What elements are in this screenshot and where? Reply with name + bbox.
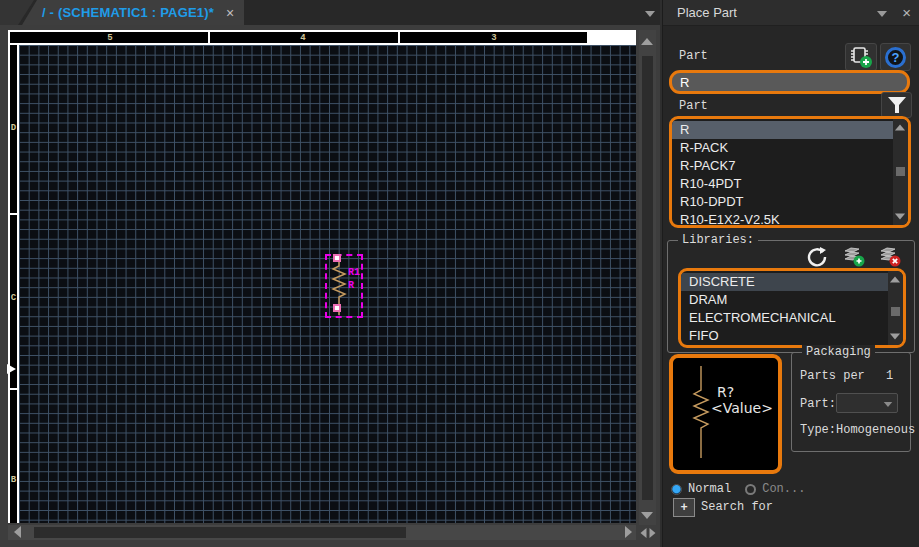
add-part-button[interactable] — [845, 43, 877, 71]
tab-close-icon[interactable]: × — [226, 6, 234, 20]
search-for-expand-button[interactable]: + — [673, 498, 695, 517]
ruler-number: 3 — [491, 33, 496, 43]
part-list-item[interactable]: R10-DPDT — [672, 193, 893, 211]
ruler-number: 4 — [300, 33, 305, 43]
scroll-down-icon[interactable] — [641, 512, 653, 519]
ruler-tick — [10, 388, 17, 390]
ruler-tick — [398, 32, 400, 43]
libraries-group: Libraries: — [667, 240, 915, 353]
part-value: R — [348, 280, 354, 291]
pan-right-icon[interactable] — [650, 528, 656, 538]
ruler-top: 5 4 3 — [8, 30, 636, 45]
pointer-marker — [7, 364, 16, 374]
preview-reference: R? — [717, 384, 734, 400]
ruler-letter: B — [10, 475, 17, 485]
library-item[interactable]: FIFO — [681, 327, 888, 345]
horizontal-scrollbar-thumb[interactable] — [34, 527, 406, 538]
ruler-letter: D — [10, 123, 17, 133]
pin-terminal — [333, 304, 341, 312]
refresh-library-button[interactable] — [802, 244, 832, 269]
library-item[interactable]: DISCRETE — [681, 273, 888, 291]
pan-left-icon[interactable] — [641, 528, 647, 538]
scroll-up-icon[interactable] — [641, 38, 653, 45]
panel-header: Place Part × — [663, 0, 919, 26]
placed-resistor-part[interactable]: R1 R — [325, 254, 363, 318]
panel-title: Place Part — [677, 5, 737, 20]
vertical-scrollbar-thumb[interactable] — [642, 56, 653, 500]
ruler-end-fill — [587, 32, 636, 43]
panel-menu-icon[interactable] — [877, 11, 887, 17]
part-list-label: Part — [679, 99, 708, 113]
normal-radio[interactable] — [671, 484, 682, 495]
type-value: Homogeneous — [836, 423, 915, 437]
part-preview: R? <Value> — [669, 354, 782, 474]
horizontal-scrollbar[interactable] — [8, 525, 636, 540]
convert-radio[interactable] — [745, 484, 756, 495]
schematic-editor: / - (SCHEMATIC1 : PAGE1)* × 5 4 3 D C B — [0, 0, 660, 547]
library-item[interactable]: ELECTROMECHANICAL — [681, 309, 888, 327]
ruler-tick — [208, 32, 210, 43]
libraries-label: Libraries: — [678, 233, 758, 247]
parts-per-label: Parts per — [800, 369, 865, 383]
scroll-left-icon[interactable] — [14, 526, 21, 538]
tab-schematic-page1[interactable]: / - (SCHEMATIC1 : PAGE1)* × — [22, 0, 244, 25]
filter-icon — [886, 95, 908, 115]
filter-button[interactable] — [881, 92, 912, 118]
chip-plus-icon — [848, 45, 874, 69]
pan-control[interactable] — [640, 527, 660, 539]
panel-close-icon[interactable]: × — [902, 4, 911, 21]
packaging-group: Packaging Parts per 1 Part: Type: Homoge… — [791, 352, 911, 452]
part-list[interactable]: R R-PACK R-PACK7 R10-4PDT R10-DPDT R10-E… — [669, 116, 911, 228]
part-list-item[interactable]: R10-E1X2-V2.5K — [672, 211, 893, 228]
plus-icon: + — [680, 501, 687, 515]
help-icon: ? — [885, 47, 906, 68]
library-item[interactable]: DRAM — [681, 291, 888, 309]
scroll-up-icon[interactable] — [890, 277, 900, 283]
app-window: / - (SCHEMATIC1 : PAGE1)* × 5 4 3 D C B — [0, 0, 919, 547]
part-reference: R1 — [348, 267, 360, 278]
scrollbar-thumb[interactable] — [896, 167, 905, 176]
tab-bar: / - (SCHEMATIC1 : PAGE1)* × — [0, 0, 660, 25]
tab-title: / - (SCHEMATIC1 : PAGE1)* — [42, 5, 214, 20]
schematic-canvas[interactable]: 5 4 3 D C B — [0, 25, 660, 547]
part-list-item[interactable]: R10-4PDT — [672, 175, 893, 193]
part-list-item[interactable]: R-PACK7 — [672, 157, 893, 175]
delete-library-button[interactable] — [874, 244, 906, 269]
symbol-mode-row: Normal Con... — [671, 482, 805, 496]
part-field-label: Part — [679, 49, 708, 63]
parts-per-value: 1 — [886, 369, 893, 383]
normal-radio-label: Normal — [688, 482, 731, 496]
add-library-button[interactable] — [838, 244, 870, 269]
part-list-item[interactable]: R — [672, 121, 893, 139]
pin-terminal — [333, 254, 341, 262]
preview-value: <Value> — [711, 400, 773, 416]
scroll-down-icon[interactable] — [895, 214, 905, 220]
help-button[interactable]: ? — [880, 43, 911, 71]
scroll-down-icon[interactable] — [890, 334, 900, 340]
ruler-number: 5 — [107, 33, 112, 43]
place-part-panel: Place Part × Part ? Part — [662, 0, 919, 547]
part-list-item[interactable]: R-PACK — [672, 139, 893, 157]
scroll-right-icon[interactable] — [625, 526, 632, 538]
search-for-label: Search for — [701, 500, 773, 514]
ruler-left: D C B — [8, 45, 19, 523]
ruler-letter: C — [10, 293, 17, 303]
libraries-list[interactable]: DISCRETE DRAM ELECTROMECHANICAL FIFO FIL… — [678, 268, 906, 348]
ruler-tick — [10, 213, 17, 215]
packaging-part-label: Part: — [800, 397, 836, 411]
packaging-part-dropdown[interactable] — [836, 393, 898, 413]
scroll-up-icon[interactable] — [895, 125, 905, 131]
part-list-scrollbar[interactable] — [893, 119, 908, 225]
scrollbar-thumb[interactable] — [891, 307, 900, 316]
convert-radio-label: Con... — [762, 482, 805, 496]
library-delete-icon — [877, 245, 903, 268]
vertical-scrollbar[interactable] — [639, 30, 656, 525]
packaging-title: Packaging — [802, 345, 875, 359]
part-search-input[interactable] — [669, 70, 910, 94]
type-label: Type: — [800, 423, 836, 437]
refresh-icon — [806, 246, 828, 268]
tab-overflow-icon[interactable] — [645, 11, 655, 17]
libraries-scrollbar[interactable] — [888, 271, 903, 345]
library-plus-icon — [841, 245, 867, 268]
chevron-down-icon — [884, 402, 892, 407]
